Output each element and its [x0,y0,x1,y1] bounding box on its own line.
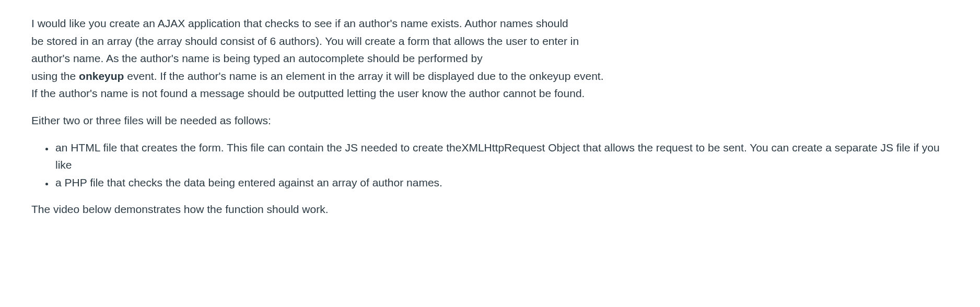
intro-line-1: I would like you create an AJAX applicat… [31,17,568,29]
intro-line-5: If the author's name is not found a mess… [31,87,585,99]
intro-line-2: be stored in an array (the array should … [31,35,579,47]
intro-paragraph: I would like you create an AJAX applicat… [31,15,949,102]
list-item: an HTML file that creates the form. This… [54,139,949,174]
files-intro-paragraph: Either two or three files will be needed… [31,112,949,129]
document-body: I would like you create an AJAX applicat… [0,0,980,238]
intro-line-3: author's name. As the author's name is b… [31,52,483,64]
outro-paragraph: The video below demonstrates how the fun… [31,200,949,218]
intro-line-4b: event. If the author's name is an elemen… [124,70,603,82]
intro-line-4a: using the [31,70,79,82]
list-item: a PHP file that checks the data being en… [54,174,949,192]
intro-bold-onkeyup: onkeyup [79,70,124,82]
files-list: an HTML file that creates the form. This… [31,139,949,192]
